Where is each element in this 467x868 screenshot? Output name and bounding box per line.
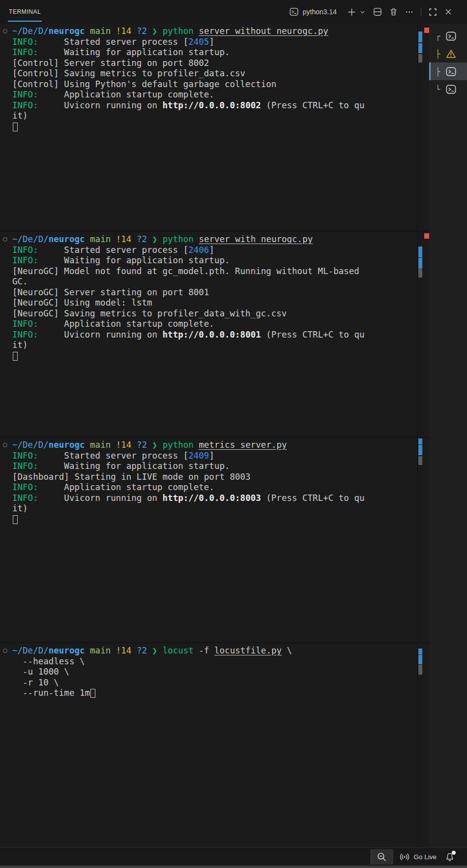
panel-actions: python3.14 — [289, 7, 452, 17]
tree-guide: ├ — [436, 49, 444, 59]
terminal-cursor — [13, 123, 18, 131]
terminal-output-line — [12, 122, 417, 132]
terminal-tabs-list: ┌ ├ ├ └ — [429, 24, 467, 847]
terminal-output-line: INFO: Waiting for application startup. — [12, 461, 417, 472]
terminal-scrollbar[interactable] — [417, 232, 429, 437]
terminal-output-line: --headless \ — [12, 656, 417, 667]
plus-icon — [347, 7, 356, 17]
terminal-output-line: GC. — [12, 277, 417, 287]
overview-ruler-error-mark — [424, 28, 429, 33]
terminal-tab-item-1[interactable]: ┌ — [429, 27, 467, 45]
terminal-output-line: INFO: Application startup complete. — [12, 482, 417, 493]
terminal-icon — [445, 84, 457, 95]
scrollbar-blue-mark — [418, 258, 422, 268]
terminal-output-line: [Control] Using Python's default garbage… — [12, 79, 417, 90]
status-bar: Go Live — [0, 847, 467, 866]
new-terminal-button[interactable] — [347, 7, 356, 17]
tree-guide: ├ — [436, 67, 444, 76]
terminal-panel-header: TERMINAL python3.14 — [0, 0, 467, 24]
terminal-output-line: -r 10 \ — [12, 678, 417, 688]
terminal-tab-item-2[interactable]: ├ — [429, 45, 467, 62]
terminal-output-line: INFO: Application startup complete. — [12, 319, 417, 330]
terminal-icon — [289, 7, 299, 17]
terminal-output-line: INFO: Started server process [2409] — [12, 451, 417, 462]
terminal-pane-3[interactable]: ~/De/D/neurogc main !14 ?2 ❯ python metr… — [0, 437, 429, 643]
terminal-tab-item-4[interactable]: └ — [429, 80, 467, 98]
scrollbar-blue-mark — [418, 655, 422, 664]
scrollbar-blue-mark — [418, 438, 422, 444]
zoom-out-icon — [377, 852, 387, 862]
close-panel-button[interactable] — [444, 8, 452, 16]
panel-title: TERMINAL — [9, 8, 41, 15]
more-actions-button[interactable] — [405, 8, 413, 16]
command-decoration-icon[interactable] — [3, 649, 7, 653]
tab-terminal[interactable]: TERMINAL — [9, 0, 41, 24]
terminal-output-line — [12, 351, 417, 362]
active-terminal-name: python3.14 — [303, 8, 337, 16]
warning-icon — [445, 48, 457, 60]
ellipsis-icon — [405, 8, 413, 16]
notification-dot — [452, 851, 456, 855]
terminal-tab-item-3[interactable]: ├ — [429, 62, 467, 80]
terminal-output-line: INFO: Uvicorn running on http://0.0.0.0:… — [12, 100, 417, 111]
scrollbar-blue-mark — [418, 445, 422, 455]
split-terminal-icon — [373, 7, 382, 16]
go-live-button[interactable]: Go Live — [400, 853, 437, 861]
terminal-output-line: it) — [12, 340, 417, 351]
terminal-output-line: [Control] Server starting on port 8002 — [12, 58, 417, 69]
command-decoration-icon[interactable] — [3, 443, 7, 447]
terminal-cursor — [13, 515, 18, 524]
scrollbar-gray-mark — [418, 54, 422, 62]
active-terminal-label[interactable]: python3.14 — [289, 7, 337, 17]
terminal-scrollbar[interactable] — [417, 24, 429, 231]
split-terminal-button[interactable] — [373, 7, 382, 16]
kill-terminal-button[interactable] — [389, 7, 398, 16]
divider — [421, 8, 421, 16]
command-decoration-icon[interactable] — [3, 29, 7, 33]
terminal-output-line: [NeuroGC] Model not found at gc_model.pt… — [12, 266, 417, 277]
terminal-profile-dropdown[interactable] — [359, 9, 366, 15]
terminal-output-line: --run-time 1m — [12, 688, 417, 699]
terminal-cursor — [90, 689, 95, 698]
terminal-pane-1[interactable]: ~/De/D/neurogc main !14 ?2 ❯ python serv… — [0, 24, 429, 231]
zoom-out-button[interactable] — [370, 849, 393, 865]
scrollbar-gray-mark — [418, 665, 422, 675]
broadcast-icon — [400, 853, 409, 861]
maximize-panel-button[interactable] — [429, 8, 437, 16]
prompt-line: ~/De/D/neurogc main !14 ?2 ❯ python metr… — [12, 440, 417, 451]
terminal-output-line: it) — [12, 111, 417, 122]
maximize-icon — [429, 8, 437, 16]
terminal-output-line: [Control] Saving metrics to profiler_dat… — [12, 68, 417, 79]
terminal-scrollbar[interactable] — [417, 437, 429, 643]
terminal-output-line: INFO: Waiting for application startup. — [12, 255, 417, 266]
terminal-output-line: INFO: Started server process [2405] — [12, 37, 417, 48]
scrollbar-gray-mark — [418, 268, 422, 278]
terminal-output-line: INFO: Application startup complete. — [12, 90, 417, 100]
terminal-pane-4[interactable]: ~/De/D/neurogc main !14 ?2 ❯ locust -f l… — [0, 643, 429, 847]
terminal-icon — [445, 66, 457, 77]
terminal-output-line: INFO: Waiting for application startup. — [12, 47, 417, 58]
close-icon — [444, 8, 452, 16]
prompt-line: ~/De/D/neurogc main !14 ?2 ❯ python serv… — [12, 234, 417, 245]
terminal-panes: ~/De/D/neurogc main !14 ?2 ❯ python serv… — [0, 24, 429, 847]
terminal-scrollbar[interactable] — [417, 643, 429, 847]
scrollbar-blue-mark — [418, 247, 422, 257]
notifications-bell-button[interactable] — [445, 852, 454, 862]
window-bottom-edge — [0, 866, 467, 868]
terminal-output-line: [NeuroGC] Using model: lstm — [12, 298, 417, 309]
trash-icon — [389, 7, 398, 16]
scrollbar-blue-mark — [418, 649, 422, 654]
terminal-output-line: [Dashboard] Starting in LIVE mode on por… — [12, 472, 417, 483]
terminal-output-line: INFO: Uvicorn running on http://0.0.0.0:… — [12, 330, 417, 341]
terminal-output-line: INFO: Started server process [2406] — [12, 245, 417, 256]
terminal-output-line: it) — [12, 503, 417, 514]
terminal-output-line: -u 1000 \ — [12, 667, 417, 678]
terminal-pane-2[interactable]: ~/De/D/neurogc main !14 ?2 ❯ python serv… — [0, 231, 429, 437]
scrollbar-gray-mark — [418, 456, 422, 465]
command-decoration-icon[interactable] — [3, 237, 7, 242]
overview-ruler-error-mark — [424, 233, 429, 239]
terminal-icon — [445, 31, 457, 42]
terminal-cursor — [13, 352, 18, 361]
scrollbar-blue-mark — [418, 43, 422, 53]
tree-guide: ┌ — [436, 31, 444, 41]
